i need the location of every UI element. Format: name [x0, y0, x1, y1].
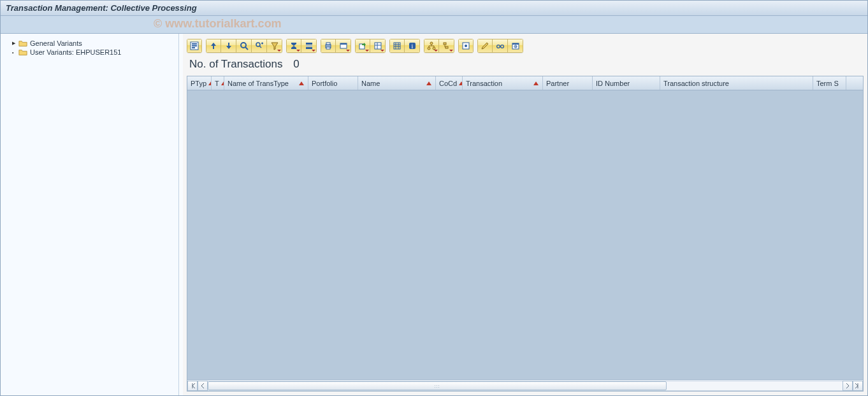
svg-line-9 — [259, 46, 261, 48]
column-header[interactable]: Name — [358, 76, 436, 90]
toolbar-group — [321, 39, 351, 53]
transactions-count: 0 — [293, 58, 299, 70]
tree-icon — [442, 41, 451, 50]
svg-rect-39 — [512, 43, 519, 45]
svg-rect-4 — [213, 46, 214, 49]
hierarchy-button[interactable] — [424, 39, 439, 53]
sort-desc-button[interactable] — [221, 39, 236, 53]
sub-title-bar — [1, 16, 867, 34]
grid-display-icon — [393, 41, 401, 50]
dropdown-caret-icon — [380, 50, 384, 52]
tree-button[interactable] — [439, 39, 454, 53]
folder-icon — [18, 39, 27, 47]
print-icon — [324, 41, 333, 50]
dropdown-caret-icon — [312, 50, 315, 52]
edit-icon — [481, 41, 489, 50]
column-header[interactable]: Transaction — [463, 76, 543, 90]
column-header[interactable]: Transaction structure — [660, 76, 813, 90]
tree-item-label: General Variants — [30, 39, 82, 47]
sort-indicator-icon — [533, 81, 539, 85]
scroll-left-icon[interactable] — [198, 381, 208, 391]
column-label: CoCd — [439, 80, 457, 87]
layout-button[interactable] — [370, 39, 386, 53]
column-header[interactable]: ID Number — [593, 76, 660, 90]
svg-rect-22 — [394, 43, 400, 49]
column-header[interactable]: Partner — [543, 76, 593, 90]
details-icon — [190, 41, 199, 50]
sort-indicator-icon — [299, 81, 304, 85]
column-label: Portfolio — [312, 80, 337, 87]
toolbar-group — [424, 39, 454, 53]
column-label: Transaction structure — [663, 80, 729, 87]
sort-asc-button[interactable] — [206, 39, 221, 53]
export-icon — [358, 41, 367, 50]
svg-rect-5 — [228, 43, 229, 46]
column-header[interactable]: T — [212, 76, 224, 90]
search-next-icon — [255, 41, 264, 50]
export-button[interactable] — [355, 39, 370, 53]
scroll-right-icon[interactable] — [843, 381, 853, 391]
scroll-track[interactable]: ::: — [208, 381, 843, 391]
svg-rect-33 — [445, 46, 448, 48]
settings-button[interactable] — [458, 39, 474, 53]
details-button[interactable] — [187, 39, 202, 53]
toolbar-group — [286, 39, 317, 53]
svg-rect-2 — [192, 45, 197, 46]
column-label: Name — [361, 80, 380, 87]
settings-icon — [461, 41, 470, 50]
tree-item-general-variants[interactable]: ▶ General Variants — [3, 39, 176, 48]
dropdown-caret-icon — [434, 50, 438, 52]
column-header[interactable]: Name of TransType — [224, 76, 308, 90]
transactions-label-text: No. of Transactions — [189, 58, 282, 70]
column-header[interactable]: CoCd — [436, 76, 463, 90]
subtotal-button[interactable] — [301, 39, 317, 53]
column-header[interactable]: Portfolio — [308, 76, 358, 90]
column-header[interactable]: Term S — [813, 76, 846, 90]
schedule-icon — [511, 41, 520, 50]
column-header[interactable]: PTyp — [187, 76, 212, 90]
grid-display-button[interactable] — [389, 39, 405, 53]
horizontal-scrollbar[interactable]: ::: — [187, 379, 863, 391]
glasses-button[interactable] — [493, 39, 508, 53]
info-icon: i — [408, 41, 417, 50]
print-button[interactable] — [321, 39, 336, 53]
sort-indicator-icon — [426, 81, 431, 85]
dropdown-caret-icon — [296, 50, 300, 52]
dropdown-caret-icon — [449, 50, 453, 52]
scroll-left-start-icon[interactable] — [187, 381, 198, 391]
tree-item-user-variants[interactable]: • User Variants: EHPUSER151 — [3, 48, 176, 57]
search-button[interactable] — [236, 39, 252, 53]
scroll-right-end-icon[interactable] — [853, 381, 863, 391]
svg-rect-1 — [192, 43, 197, 45]
svg-rect-14 — [326, 43, 330, 45]
svg-point-29 — [430, 42, 433, 45]
column-label: Transaction — [466, 80, 502, 87]
edit-button[interactable] — [477, 39, 493, 53]
glasses-icon — [496, 41, 505, 50]
svg-point-6 — [241, 43, 246, 48]
hierarchy-icon — [427, 41, 436, 50]
views-button[interactable] — [336, 39, 351, 53]
subtotal-icon — [305, 41, 314, 50]
search-icon — [240, 41, 249, 50]
sum-button[interactable] — [286, 39, 301, 53]
sort-desc-icon — [224, 41, 233, 50]
alv-grid: PTypTName of TransTypePortfolioNameCoCdT… — [187, 76, 864, 392]
app-frame: Transaction Management: Collective Proce… — [0, 0, 868, 396]
svg-rect-11 — [306, 45, 312, 46]
info-button[interactable]: i — [405, 39, 420, 53]
expand-icon[interactable]: ▶ — [12, 41, 16, 46]
svg-point-36 — [496, 45, 500, 48]
filter-button[interactable] — [267, 39, 282, 53]
schedule-button[interactable] — [508, 39, 523, 53]
svg-rect-32 — [444, 43, 446, 45]
search-next-button[interactable] — [252, 39, 267, 53]
toolbar-group — [206, 39, 282, 53]
title-bar: Transaction Management: Collective Proce… — [1, 1, 867, 16]
scroll-thumb[interactable]: ::: — [208, 381, 667, 390]
splitter[interactable] — [179, 34, 183, 395]
column-label: Term S — [816, 80, 839, 87]
sum-icon — [289, 41, 298, 50]
page-title: Transaction Management: Collective Proce… — [6, 3, 197, 13]
svg-rect-12 — [306, 47, 312, 49]
